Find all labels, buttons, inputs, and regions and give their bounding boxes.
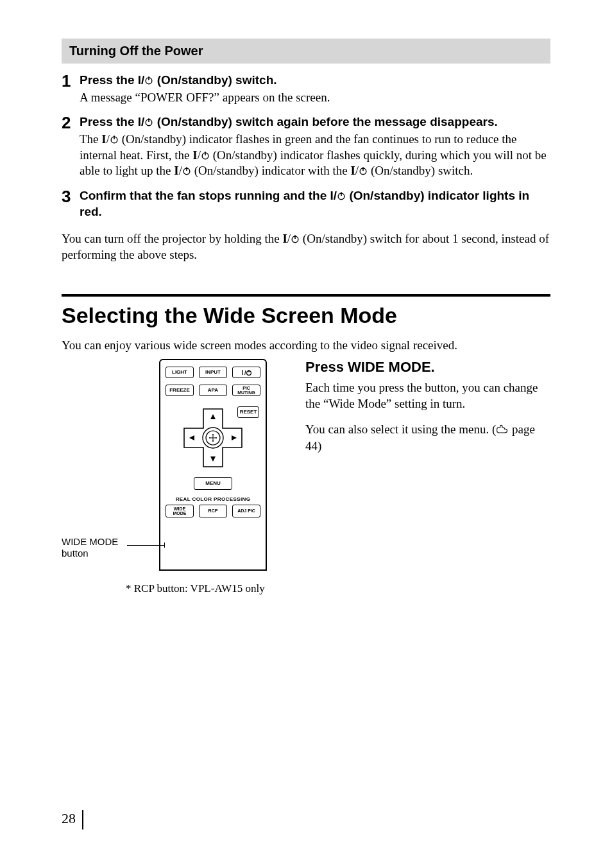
svg-point-28 <box>209 437 210 438</box>
step-1-desc: A message “POWER OFF?” appears on the sc… <box>80 90 550 106</box>
pic-muting-button: PIC MUTING <box>232 385 260 396</box>
callout-wide-mode: WIDE MODE button <box>62 536 118 559</box>
text: (On/standby) indicator with the <box>191 164 351 177</box>
text: (On/standby) switch again before the mes… <box>153 115 497 128</box>
menu-row: MENU <box>166 477 260 490</box>
remote-row-2: FREEZE APA PIC MUTING <box>166 385 260 396</box>
remote-row-1: LIGHT INPUT / <box>166 367 260 378</box>
svg-point-29 <box>216 437 217 438</box>
power-icon <box>337 191 346 200</box>
step-body: Press the I/ (On/standby) switch. A mess… <box>80 73 550 105</box>
text: WIDE MODE <box>62 536 118 547</box>
freeze-button: FREEZE <box>166 385 194 396</box>
power-button: / <box>232 367 260 378</box>
step-number: 1 <box>62 73 80 105</box>
step-number: 3 <box>62 188 80 220</box>
text: I <box>138 115 141 128</box>
step-body: Press the I/ (On/standby) switch again b… <box>80 114 550 179</box>
right-para-1: Each time you press the button, you can … <box>305 379 550 412</box>
page-number-text: 28 <box>62 810 76 826</box>
step-3-title: Confirm that the fan stops running and t… <box>80 188 550 220</box>
text: Press the <box>80 73 138 87</box>
step-2: 2 Press the I/ (On/standby) switch again… <box>62 114 550 179</box>
main-heading: Selecting the Wide Screen Mode <box>62 303 550 328</box>
text: (On/standby) switch. <box>153 73 276 87</box>
reset-button: RESET <box>237 406 259 418</box>
adj-pic-button: ADJ PIC <box>232 505 260 517</box>
text: Confirm that the fan stops running and t… <box>80 189 330 202</box>
rcp-label: REAL COLOR PROCESSING <box>166 496 260 502</box>
right-column: Press WIDE MODE. Each time you press the… <box>305 359 550 595</box>
page-number: 28 <box>62 810 83 829</box>
left-column: LIGHT INPUT / FREEZE APA PIC MUTING <box>62 359 293 595</box>
two-column-layout: LIGHT INPUT / FREEZE APA PIC MUTING <box>62 359 550 595</box>
text: (On/standby) switch. <box>368 164 473 177</box>
text: I <box>330 189 334 202</box>
menu-button: MENU <box>194 477 232 490</box>
power-icon <box>359 166 368 175</box>
power-icon <box>144 76 153 85</box>
power-icon <box>201 151 210 160</box>
intro-paragraph: You can enjoy various wide screen modes … <box>62 338 550 352</box>
press-wide-mode-heading: Press WIDE MODE. <box>305 359 550 376</box>
text: The <box>80 132 101 146</box>
text: button <box>62 548 89 559</box>
text: Press the <box>80 115 138 128</box>
right-para-2: You can also select it using the menu. (… <box>305 421 550 454</box>
section-bar-turning-off: Turning Off the Power <box>62 39 550 64</box>
remote-illustration: LIGHT INPUT / FREEZE APA PIC MUTING <box>62 359 293 577</box>
dpad: RESET <box>166 403 260 473</box>
remote-row-3: WIDE MODE RCP ADJ PIC <box>166 505 260 517</box>
callout-line <box>127 545 164 546</box>
power-icon <box>291 234 300 243</box>
page: Turning Off the Power 1 Press the I/ (On… <box>0 0 612 868</box>
svg-point-30 <box>212 434 214 435</box>
text: You can also select it using the menu. ( <box>305 422 496 436</box>
step-1-title: Press the I/ (On/standby) switch. <box>80 73 550 89</box>
step-body: Confirm that the fan stops running and t… <box>80 188 550 220</box>
remote-control: LIGHT INPUT / FREEZE APA PIC MUTING <box>159 359 267 571</box>
step-2-desc: The I/ (On/standby) indicator flashes in… <box>80 132 550 179</box>
svg-text:/: / <box>244 370 246 376</box>
rcp-button: RCP <box>199 505 227 517</box>
callout-tick <box>164 542 165 548</box>
step-3: 3 Confirm that the fan stops running and… <box>62 188 550 220</box>
footnote: * RCP button: VPL-AW15 only <box>126 582 293 595</box>
text: You can turn off the projector by holdin… <box>62 232 282 245</box>
light-button: LIGHT <box>166 367 194 378</box>
post-steps-paragraph: You can turn off the projector by holdin… <box>62 230 550 263</box>
power-icon: / <box>241 369 252 376</box>
text: I <box>138 73 141 87</box>
step-1: 1 Press the I/ (On/standby) switch. A me… <box>62 73 550 105</box>
power-icon <box>110 135 119 144</box>
power-icon <box>182 166 191 175</box>
apa-button: APA <box>199 385 227 396</box>
wide-mode-button: WIDE MODE <box>166 505 194 517</box>
heading-divider <box>62 294 550 297</box>
page-number-bar <box>82 810 83 829</box>
input-button: INPUT <box>199 367 227 378</box>
power-icon <box>144 117 153 126</box>
step-2-title: Press the I/ (On/standby) switch again b… <box>80 114 550 130</box>
step-number: 2 <box>62 114 80 179</box>
pointing-hand-icon <box>496 424 509 435</box>
svg-point-31 <box>212 440 214 442</box>
